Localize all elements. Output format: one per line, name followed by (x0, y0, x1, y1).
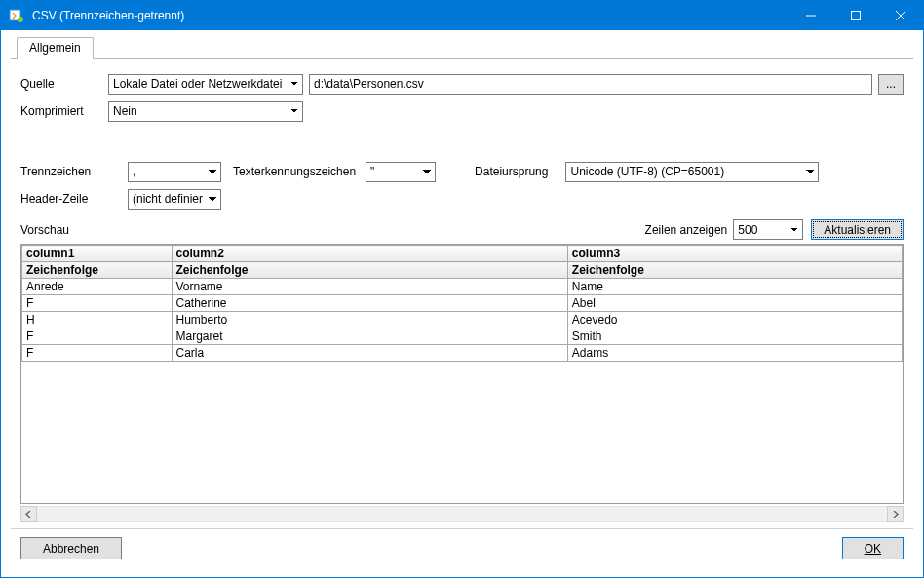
table-cell: F (22, 328, 173, 345)
source-section: Quelle Lokale Datei oder Netzwerkdatei .… (11, 59, 913, 134)
table-cell: F (22, 295, 173, 312)
delimiter-label: Trennzeichen (20, 165, 128, 178)
table-cell: Smith (567, 328, 902, 345)
dialog-footer: Abbrechen OK (11, 528, 913, 567)
titlebar: CSV (Trennzeichen-getrennt) (1, 1, 923, 30)
tabstrip: Allgemein (11, 36, 913, 59)
table-type-row: ZeichenfolgeZeichenfolgeZeichenfolge (22, 262, 903, 279)
type-cell: Zeichenfolge (567, 262, 902, 279)
table-row[interactable]: AnredeVornameName (22, 279, 903, 295)
svg-rect-2 (852, 12, 861, 20)
table-cell: Vorname (172, 279, 567, 295)
parse-section: Trennzeichen , Texterkennungszeichen " D… (11, 161, 913, 219)
table-cell: Adams (567, 345, 902, 362)
table-cell: Carla (172, 345, 567, 362)
window-controls (789, 1, 923, 30)
type-cell: Zeichenfolge (22, 262, 173, 279)
table-cell: Humberto (172, 312, 567, 328)
source-label: Quelle (20, 77, 108, 91)
svg-point-1 (18, 17, 23, 22)
preview-table-container[interactable]: column1 column2 column3 ZeichenfolgeZeic… (20, 244, 904, 504)
cancel-button[interactable]: Abbrechen (20, 537, 122, 559)
table-row[interactable]: HHumbertoAcevedo (22, 312, 903, 328)
preview-table: column1 column2 column3 ZeichenfolgeZeic… (21, 245, 903, 362)
app-icon (9, 8, 24, 23)
text-qualifier-select[interactable]: " (366, 162, 436, 182)
rows-to-show-label: Zeilen anzeigen (645, 223, 728, 237)
delimiter-select[interactable]: , (128, 162, 221, 182)
text-qualifier-label: Texterkennungszeichen (233, 165, 356, 178)
rows-to-show-select[interactable]: 500 (733, 219, 803, 240)
preview-label: Vorschau (20, 223, 69, 237)
dialog-window: CSV (Trennzeichen-getrennt) Allgemein Qu… (0, 0, 924, 578)
table-cell: Catherine (172, 295, 567, 312)
table-cell: Anrede (22, 279, 173, 295)
preview-toolbar: Vorschau Zeilen anzeigen 500 Aktualisier… (11, 219, 913, 244)
source-path-input[interactable] (309, 74, 872, 95)
compressed-label: Komprimiert (20, 104, 108, 118)
ok-button[interactable]: OK (842, 537, 904, 559)
table-header-row: column1 column2 column3 (22, 246, 903, 262)
close-button[interactable] (878, 1, 923, 30)
table-row[interactable]: FCarlaAdams (22, 345, 903, 362)
maximize-button[interactable] (833, 1, 878, 30)
compressed-select[interactable]: Nein (108, 101, 303, 122)
file-origin-select[interactable]: Unicode (UTF-8) (CP=65001) (565, 162, 819, 182)
table-cell: F (22, 345, 173, 362)
scroll-left-icon[interactable] (20, 506, 37, 522)
window-title: CSV (Trennzeichen-getrennt) (32, 9, 789, 22)
scroll-track[interactable] (37, 506, 887, 522)
table-row[interactable]: FMargaretSmith (22, 328, 903, 345)
header-row-select[interactable]: (nicht definiert) (128, 189, 221, 210)
table-cell: Name (567, 279, 902, 295)
table-row[interactable]: FCatherineAbel (22, 295, 903, 312)
column-header[interactable]: column3 (567, 246, 902, 262)
horizontal-scrollbar[interactable] (20, 506, 904, 522)
table-cell: Abel (567, 295, 902, 312)
table-cell: Acevedo (567, 312, 902, 328)
refresh-button[interactable]: Aktualisieren (811, 219, 904, 240)
client-area: Allgemein Quelle Lokale Datei oder Netzw… (1, 30, 923, 577)
tab-general[interactable]: Allgemein (17, 37, 94, 59)
source-type-select[interactable]: Lokale Datei oder Netzwerkdatei (108, 74, 303, 95)
header-row-label: Header-Zeile (20, 192, 128, 206)
browse-button[interactable]: ... (878, 74, 904, 95)
minimize-button[interactable] (789, 1, 833, 30)
scroll-right-icon[interactable] (887, 506, 904, 522)
table-cell: Margaret (172, 328, 567, 345)
file-origin-label: Dateiursprung (475, 165, 548, 178)
type-cell: Zeichenfolge (172, 262, 567, 279)
column-header[interactable]: column1 (22, 246, 173, 262)
table-cell: H (22, 312, 173, 328)
column-header[interactable]: column2 (172, 246, 567, 262)
